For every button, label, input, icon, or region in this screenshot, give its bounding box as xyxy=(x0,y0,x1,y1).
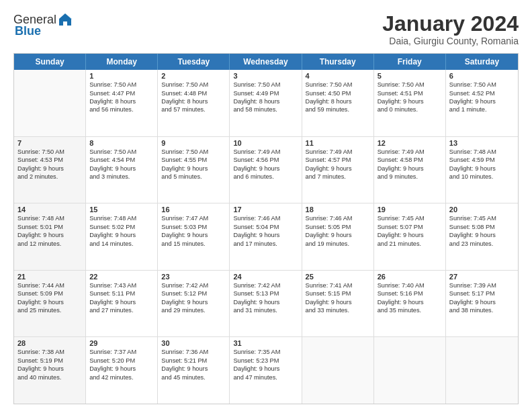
calendar: SundayMondayTuesdayWednesdayThursdayFrid… xyxy=(13,53,519,404)
calendar-row: 1Sunrise: 7:50 AMSunset: 4:47 PMDaylight… xyxy=(14,70,518,137)
cell-line: Daylight: 9 hours xyxy=(233,231,298,239)
day-number: 29 xyxy=(89,339,154,347)
cell-line: Daylight: 9 hours xyxy=(233,365,298,373)
calendar-cell: 3Sunrise: 7:50 AMSunset: 4:49 PMDaylight… xyxy=(230,70,302,136)
day-number: 19 xyxy=(378,205,442,214)
day-number: 20 xyxy=(449,205,515,214)
cell-line: Sunset: 4:59 PM xyxy=(449,156,515,164)
day-number: 30 xyxy=(161,339,226,347)
cell-line: Daylight: 9 hours xyxy=(449,165,515,173)
calendar-cell: 14Sunrise: 7:48 AMSunset: 5:01 PMDayligh… xyxy=(14,203,86,270)
logo-icon xyxy=(58,12,73,27)
calendar-cell: 17Sunrise: 7:46 AMSunset: 5:04 PMDayligh… xyxy=(230,203,302,270)
calendar-cell: 28Sunrise: 7:38 AMSunset: 5:19 PMDayligh… xyxy=(14,337,86,404)
calendar-cell: 21Sunrise: 7:44 AMSunset: 5:09 PMDayligh… xyxy=(14,271,86,337)
cell-line: Daylight: 9 hours xyxy=(233,298,298,306)
cell-line: and 2 minutes. xyxy=(17,173,82,181)
cell-line: Sunset: 5:04 PM xyxy=(233,223,298,231)
day-number: 24 xyxy=(233,273,298,281)
calendar-header-cell: Sunday xyxy=(14,54,86,70)
calendar-cell: 30Sunrise: 7:36 AMSunset: 5:21 PMDayligh… xyxy=(158,337,230,404)
calendar-cell: 7Sunrise: 7:50 AMSunset: 4:53 PMDaylight… xyxy=(14,137,86,203)
cell-line: Sunset: 5:11 PM xyxy=(89,289,154,298)
cell-line: Sunset: 4:49 PM xyxy=(233,89,298,97)
calendar-row: 7Sunrise: 7:50 AMSunset: 4:53 PMDaylight… xyxy=(14,137,518,204)
calendar-cell: 18Sunrise: 7:46 AMSunset: 5:05 PMDayligh… xyxy=(302,203,374,270)
cell-line: Sunrise: 7:38 AM xyxy=(17,348,82,356)
day-number: 17 xyxy=(233,205,298,214)
calendar-header-cell: Tuesday xyxy=(158,54,230,70)
calendar-header-cell: Wednesday xyxy=(230,54,302,70)
cell-line: and 56 minutes. xyxy=(89,105,154,113)
calendar-cell: 5Sunrise: 7:50 AMSunset: 4:51 PMDaylight… xyxy=(374,70,446,136)
cell-line: Daylight: 8 hours xyxy=(161,97,226,105)
cell-line: Daylight: 9 hours xyxy=(161,165,226,173)
cell-line: Sunset: 4:58 PM xyxy=(378,156,442,164)
cell-line: Sunrise: 7:42 AM xyxy=(233,281,298,289)
calendar-cell: 13Sunrise: 7:48 AMSunset: 4:59 PMDayligh… xyxy=(446,137,518,203)
cell-line: Sunrise: 7:48 AM xyxy=(89,214,154,222)
cell-line: and 0 minutes. xyxy=(378,105,442,113)
calendar-cell: 6Sunrise: 7:50 AMSunset: 4:52 PMDaylight… xyxy=(446,70,518,136)
cell-line: and 58 minutes. xyxy=(233,105,298,113)
cell-line: Sunset: 5:17 PM xyxy=(449,289,515,298)
cell-line: Daylight: 9 hours xyxy=(233,165,298,173)
cell-line: Daylight: 9 hours xyxy=(306,298,370,306)
cell-line: Sunrise: 7:50 AM xyxy=(17,148,82,156)
calendar-cell: 12Sunrise: 7:49 AMSunset: 4:58 PMDayligh… xyxy=(374,137,446,203)
cell-line: Sunrise: 7:42 AM xyxy=(161,281,226,289)
cell-line: and 42 minutes. xyxy=(89,373,154,381)
calendar-row: 21Sunrise: 7:44 AMSunset: 5:09 PMDayligh… xyxy=(14,271,518,338)
day-number: 1 xyxy=(89,72,154,80)
cell-line: Daylight: 9 hours xyxy=(378,298,442,306)
calendar-header-cell: Monday xyxy=(86,54,158,70)
day-number: 8 xyxy=(89,139,154,147)
header: General Blue January 2024 Daia, Giurgiu … xyxy=(13,12,519,46)
day-number: 13 xyxy=(449,139,515,147)
cell-line: Sunset: 5:12 PM xyxy=(161,289,226,298)
cell-line: Daylight: 9 hours xyxy=(17,165,82,173)
cell-line: Sunset: 4:56 PM xyxy=(233,156,298,164)
cell-line: Daylight: 9 hours xyxy=(449,231,515,239)
cell-line: and 40 minutes. xyxy=(17,373,82,381)
calendar-body: 1Sunrise: 7:50 AMSunset: 4:47 PMDaylight… xyxy=(14,70,518,404)
calendar-cell: 23Sunrise: 7:42 AMSunset: 5:12 PMDayligh… xyxy=(158,271,230,337)
day-number: 10 xyxy=(233,139,298,147)
cell-line: and 19 minutes. xyxy=(306,240,370,248)
cell-line: Sunrise: 7:50 AM xyxy=(449,81,515,89)
calendar-cell: 27Sunrise: 7:39 AMSunset: 5:17 PMDayligh… xyxy=(446,271,518,337)
calendar-cell: 1Sunrise: 7:50 AMSunset: 4:47 PMDaylight… xyxy=(86,70,158,136)
day-number: 2 xyxy=(161,72,226,80)
cell-line: Daylight: 9 hours xyxy=(378,97,442,105)
calendar-cell: 8Sunrise: 7:50 AMSunset: 4:54 PMDaylight… xyxy=(86,137,158,203)
cell-line: Sunrise: 7:50 AM xyxy=(378,81,442,89)
calendar-cell xyxy=(374,337,446,404)
calendar-cell: 20Sunrise: 7:45 AMSunset: 5:08 PMDayligh… xyxy=(446,203,518,270)
cell-line: Daylight: 8 hours xyxy=(306,97,370,105)
cell-line: and 6 minutes. xyxy=(233,173,298,181)
day-number: 5 xyxy=(378,72,442,80)
cell-line: Daylight: 9 hours xyxy=(161,298,226,306)
cell-line: Sunrise: 7:48 AM xyxy=(17,214,82,222)
calendar-cell: 11Sunrise: 7:49 AMSunset: 4:57 PMDayligh… xyxy=(302,137,374,203)
cell-line: Sunrise: 7:41 AM xyxy=(306,281,370,289)
cell-line: and 10 minutes. xyxy=(449,173,515,181)
day-number: 14 xyxy=(17,205,82,214)
cell-line: Daylight: 9 hours xyxy=(17,298,82,306)
cell-line: and 35 minutes. xyxy=(378,306,442,314)
calendar-cell: 22Sunrise: 7:43 AMSunset: 5:11 PMDayligh… xyxy=(86,271,158,337)
cell-line: Daylight: 9 hours xyxy=(89,165,154,173)
calendar-header-cell: Thursday xyxy=(302,54,374,70)
cell-line: and 47 minutes. xyxy=(233,373,298,381)
cell-line: Daylight: 9 hours xyxy=(161,365,226,373)
day-number: 11 xyxy=(306,139,370,147)
cell-line: and 12 minutes. xyxy=(17,240,82,248)
cell-line: Sunrise: 7:49 AM xyxy=(378,148,442,156)
day-number: 9 xyxy=(161,139,226,147)
calendar-cell: 16Sunrise: 7:47 AMSunset: 5:03 PMDayligh… xyxy=(158,203,230,270)
day-number: 15 xyxy=(89,205,154,214)
page-subtitle: Daia, Giurgiu County, Romania xyxy=(382,36,519,46)
cell-line: Sunset: 4:47 PM xyxy=(89,89,154,97)
day-number: 26 xyxy=(378,273,442,281)
day-number: 28 xyxy=(17,339,82,347)
